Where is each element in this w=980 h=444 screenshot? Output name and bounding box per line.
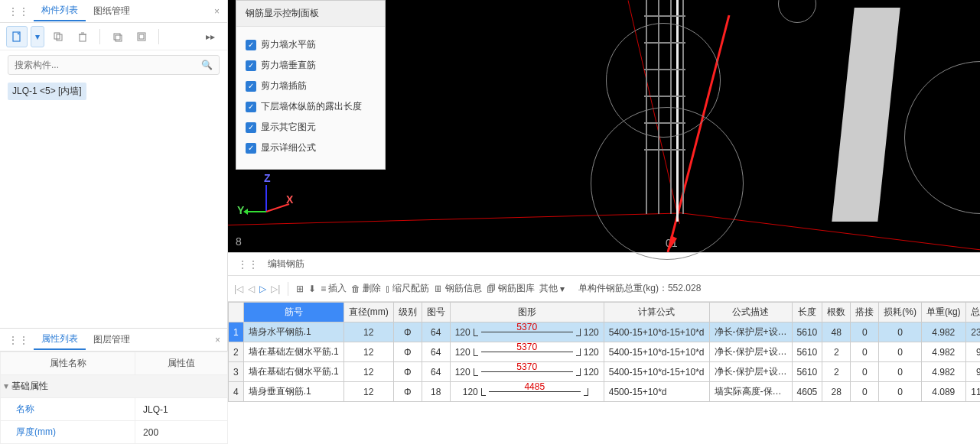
cell-cnt[interactable]: 28	[822, 382, 851, 402]
checkbox-label[interactable]: 剪力墙水平筋	[261, 38, 316, 51]
cell-grade[interactable]: Φ	[393, 362, 422, 382]
layer-copy-button[interactable]	[106, 26, 128, 47]
nav-last-icon[interactable]: ▷|	[271, 284, 280, 294]
col-header[interactable]: 根数	[822, 303, 851, 322]
cell-lap[interactable]: 0	[851, 322, 879, 342]
more-button[interactable]: ▸▸	[200, 26, 221, 47]
cell-formula[interactable]: 5400-15+10*d-15+10*d	[604, 322, 709, 342]
cell-len[interactable]: 5610	[792, 342, 822, 362]
scale-button[interactable]: ⫿缩尺配筋	[386, 282, 429, 295]
cell-gid[interactable]: 64	[422, 322, 450, 342]
cell-tw[interactable]: 9.964	[965, 362, 980, 382]
component-list-item[interactable]: JLQ-1 <5> [内墙]	[8, 83, 86, 100]
cell-fdesc[interactable]: 墙实际高度-保…	[709, 382, 792, 402]
new-dropdown-button[interactable]: ▾	[31, 26, 44, 47]
down-button[interactable]: ⬇	[308, 284, 316, 294]
checkbox-icon[interactable]: ✓	[246, 40, 256, 50]
library-button[interactable]: 🗐钢筋图库	[487, 282, 535, 295]
tab-drawings[interactable]: 图纸管理	[86, 2, 138, 21]
prop-value[interactable]: 200	[135, 421, 228, 444]
cell-fdesc[interactable]: 净长-保护层+设…	[709, 322, 792, 342]
col-header[interactable]: 总重(kg)	[965, 303, 980, 322]
col-header[interactable]: 公式描述	[709, 303, 792, 322]
drag-handle-icon[interactable]: ⋮⋮	[3, 5, 34, 18]
checkbox-icon[interactable]: ✓	[246, 60, 256, 71]
cell-gid[interactable]: 18	[422, 382, 450, 402]
checkbox-label[interactable]: 显示其它图元	[261, 121, 316, 134]
close-panel-icon[interactable]: ×	[210, 6, 224, 17]
cell-name[interactable]: 墙在基础左侧水平筋.1	[243, 342, 343, 362]
checkbox-label[interactable]: 剪力墙插筋	[261, 79, 307, 92]
col-header[interactable]: 搭接	[851, 303, 879, 322]
cell-shape[interactable]: 1205370120	[450, 342, 604, 362]
tab-components[interactable]: 构件列表	[34, 1, 86, 21]
cell-lap[interactable]: 0	[851, 342, 879, 362]
nav-first-icon[interactable]: |◁	[234, 284, 243, 294]
cell-gid[interactable]: 64	[422, 342, 450, 362]
table-row[interactable]: 4 墙身垂直钢筋.1 12 Φ 18 1204485 4500-15+10*d …	[229, 382, 981, 402]
drag-handle-icon[interactable]: ⋮⋮	[233, 258, 263, 271]
cell-dia[interactable]: 12	[343, 362, 393, 382]
insert-button[interactable]: ≡插入	[321, 282, 347, 295]
cell-grade[interactable]: Φ	[393, 342, 422, 362]
prop-category[interactable]: ▾基础属性	[1, 375, 228, 398]
checkbox-icon[interactable]: ✓	[246, 81, 256, 92]
nav-prev-icon[interactable]: ◁	[248, 284, 255, 294]
other-dropdown[interactable]: 其他 ▾	[539, 282, 565, 295]
delete-button[interactable]: 🗑删除	[351, 282, 381, 295]
cell-uw[interactable]: 4.982	[921, 362, 965, 382]
table-row[interactable]: 3 墙在基础右侧水平筋.1 12 Φ 64 1205370120 5400-15…	[229, 362, 981, 382]
cell-cnt[interactable]: 2	[822, 342, 851, 362]
delete-button[interactable]	[72, 26, 93, 47]
cell-gid[interactable]: 64	[422, 362, 450, 382]
rebar-display-panel[interactable]: 钢筋显示控制面板 ✓剪力墙水平筋 ✓剪力墙垂直筋 ✓剪力墙插筋 ✓下层墙体纵筋的…	[236, 0, 386, 170]
col-header[interactable]: 单重(kg)	[921, 303, 965, 322]
cell-cnt[interactable]: 48	[822, 322, 851, 342]
viewport-3d[interactable]: 钢筋显示控制面板 ✓剪力墙水平筋 ✓剪力墙垂直筋 ✓剪力墙插筋 ✓下层墙体纵筋的…	[228, 0, 980, 252]
col-header[interactable]: 计算公式	[604, 303, 709, 322]
cell-dia[interactable]: 12	[343, 322, 393, 342]
cell-fdesc[interactable]: 净长-保护层+设…	[709, 362, 792, 382]
cell-len[interactable]: 5610	[792, 362, 822, 382]
col-header[interactable]: 图形	[450, 303, 604, 322]
copy-button[interactable]	[47, 26, 69, 47]
col-header[interactable]: 损耗(%)	[879, 303, 922, 322]
col-header[interactable]: 图号	[422, 303, 450, 322]
close-panel-icon[interactable]: ×	[210, 335, 225, 345]
cell-fdesc[interactable]: 净长-保护层+设…	[709, 342, 792, 362]
nav-next-icon[interactable]: ▷	[259, 284, 266, 294]
layer-paste-button[interactable]	[131, 26, 152, 47]
cell-name[interactable]: 墙在基础右侧水平筋.1	[243, 362, 343, 382]
cell-name[interactable]: 墙身水平钢筋.1	[243, 322, 343, 342]
checkbox-icon[interactable]: ✓	[246, 122, 256, 133]
cell-loss[interactable]: 0	[879, 362, 922, 382]
cell-loss[interactable]: 0	[879, 342, 922, 362]
cell-tw[interactable]: 9.964	[965, 342, 980, 362]
cell-len[interactable]: 4605	[792, 382, 822, 402]
cell-dia[interactable]: 12	[343, 342, 393, 362]
cell-cnt[interactable]: 2	[822, 362, 851, 382]
cell-formula[interactable]: 5400-15+10*d-15+10*d	[604, 342, 709, 362]
cell-uw[interactable]: 4.089	[921, 382, 965, 402]
col-header[interactable]: 级别	[393, 303, 422, 322]
cell-loss[interactable]: 0	[879, 322, 922, 342]
cell-uw[interactable]: 4.982	[921, 322, 965, 342]
cell-uw[interactable]: 4.982	[921, 342, 965, 362]
search-input[interactable]	[15, 60, 201, 70]
col-header[interactable]: 直径(mm)	[343, 303, 393, 322]
cell-tw[interactable]: 239.136	[965, 322, 980, 342]
cell-dia[interactable]: 12	[343, 382, 393, 402]
col-header[interactable]: 筋号	[243, 303, 343, 322]
info-button[interactable]: 🗏钢筋信息	[434, 282, 482, 295]
search-input-wrapper[interactable]: 🔍	[8, 55, 220, 75]
cell-shape[interactable]: 1204485	[450, 382, 604, 402]
checkbox-label[interactable]: 下层墙体纵筋的露出长度	[261, 100, 362, 113]
cell-formula[interactable]: 5400-15+10*d-15+10*d	[604, 362, 709, 382]
tab-layers[interactable]: 图层管理	[86, 330, 138, 349]
tab-attributes[interactable]: 属性列表	[34, 329, 86, 350]
cell-name[interactable]: 墙身垂直钢筋.1	[243, 382, 343, 402]
drag-handle-icon[interactable]: ⋮⋮	[3, 334, 34, 346]
cell-tw[interactable]: 114.492	[965, 382, 980, 402]
checkbox-icon[interactable]: ✓	[246, 102, 256, 112]
cell-shape[interactable]: 1205370120	[450, 362, 604, 382]
